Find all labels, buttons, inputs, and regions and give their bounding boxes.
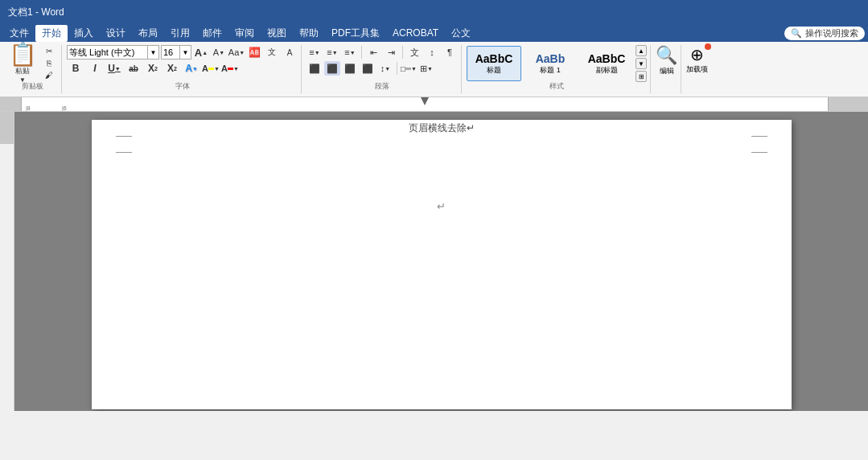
style-subtitle-name: 副标题 — [596, 65, 618, 76]
menu-item-home[interactable]: 开始 — [35, 25, 68, 42]
decrease-indent-button[interactable]: ⇤ — [365, 45, 381, 60]
clipboard-group: 📋 粘贴 ▼ ✂ ⎘ 🖌 剪贴板 — [3, 45, 62, 93]
format-painter-button[interactable]: 🖌 — [40, 69, 58, 80]
bold-button[interactable]: B — [67, 61, 84, 76]
horizontal-ruler: |8 |6 — [0, 97, 868, 112]
phonetic-button[interactable]: 文 — [264, 45, 280, 60]
align-center-button[interactable]: ⬛ — [324, 61, 340, 76]
font-name-dropdown[interactable]: ▼ — [147, 46, 158, 59]
font-name-combo[interactable]: 等线 Light (中文) ▼ — [67, 45, 159, 60]
styles-scroll-down[interactable]: ▼ — [636, 58, 647, 69]
v-ruler-top-margin — [0, 112, 14, 144]
paragraph-label: 段落 — [303, 81, 461, 92]
copy-button[interactable]: ⎘ — [40, 57, 58, 68]
case-button[interactable]: Aa▼ — [228, 45, 245, 60]
menu-item-acrobat[interactable]: ACROBAT — [386, 26, 445, 40]
italic-button[interactable]: I — [86, 61, 104, 76]
font-group: 等线 Light (中文) ▼ 16 ▼ A▲ A▼ Aa▼ 🆎 文 A B I… — [64, 45, 302, 93]
text-effect-button[interactable]: A▼ — [183, 61, 200, 76]
title-bar: 文档1 - Word — [0, 0, 868, 24]
sort-button[interactable]: ↕ — [424, 45, 440, 60]
font-shrink-button[interactable]: A▼ — [211, 45, 227, 60]
multilevel-button[interactable]: ≡▼ — [342, 45, 358, 60]
font-name-value: 等线 Light (中文) — [68, 47, 147, 59]
subscript-button[interactable]: X2 — [144, 61, 162, 76]
style-subtitle-button[interactable]: AaBbC 副标题 — [579, 46, 634, 81]
shading-button[interactable]: □ ▼ — [401, 61, 417, 76]
style-title-button[interactable]: AaBbC 标题 — [467, 46, 521, 81]
addon-button[interactable]: ⊕ 加载项 — [686, 45, 708, 75]
para-row2: ⬛ ⬛ ⬛ ⬛ ↕▼ □ ▼ ⊞▼ — [306, 61, 458, 76]
highlight-button[interactable]: A ▼ — [202, 61, 220, 76]
font-color-button[interactable]: A ▼ — [221, 61, 239, 76]
edit-search-button[interactable]: 🔍 编辑 — [656, 45, 677, 76]
body-return-symbol: ↵ — [437, 200, 446, 212]
search-box[interactable]: 🔍 操作说明搜索 — [784, 27, 865, 40]
menu-item-pdf[interactable]: PDF工具集 — [325, 25, 386, 42]
paste-button[interactable]: 📋 粘贴 ▼ — [6, 45, 39, 82]
style-heading1-button[interactable]: AaBb 标题 1 — [523, 46, 578, 81]
font-format-row: B I U▼ ab X2 X2 A▼ A ▼ A ▼ — [67, 61, 298, 76]
paste-label: 粘贴 — [15, 66, 30, 76]
edit-group: 🔍 编辑 — [652, 45, 681, 93]
paragraph-group: ≡▼ ≡▼ ≡▼ ⇤ ⇥ 文 ↕ ¶ ⬛ ⬛ ⬛ ⬛ ↕▼ □ — [303, 45, 462, 93]
menu-item-insert[interactable]: 插入 — [68, 25, 100, 42]
font-size-dropdown[interactable]: ▼ — [179, 46, 191, 59]
app-title: 文档1 - Word — [8, 6, 64, 19]
main-area: 页眉横线去除↵ ↵ — [0, 112, 868, 411]
cut-button[interactable]: ✂ — [40, 45, 58, 56]
document-page[interactable]: 页眉横线去除↵ ↵ — [92, 120, 792, 409]
document-body[interactable]: ↵ — [140, 200, 743, 212]
font-name-row: 等线 Light (中文) ▼ 16 ▼ A▲ A▼ Aa▼ 🆎 文 A — [67, 45, 298, 60]
strikethrough-button[interactable]: ab — [125, 61, 142, 76]
borders-button[interactable]: ⊞▼ — [418, 61, 434, 76]
align-left-button[interactable]: ⬛ — [306, 61, 323, 76]
header-right-bracket — [751, 136, 767, 152]
menu-item-review[interactable]: 审阅 — [228, 25, 261, 42]
styles-expand[interactable]: ⊞ — [636, 71, 647, 82]
menu-item-mail[interactable]: 邮件 — [196, 25, 228, 42]
font-size-combo[interactable]: 16 ▼ — [161, 45, 191, 60]
font-size-value: 16 — [162, 47, 179, 57]
edit-label: 编辑 — [660, 66, 674, 76]
page-header-area[interactable]: 页眉横线去除↵ — [116, 136, 767, 152]
style-title-preview: AaBbC — [475, 52, 513, 65]
document-area[interactable]: 页眉横线去除↵ ↵ — [14, 112, 868, 411]
underline-button[interactable]: U▼ — [105, 61, 123, 76]
ruler-content: |8 |6 — [22, 97, 828, 111]
line-spacing-button[interactable]: ↕▼ — [377, 61, 393, 76]
bullets-button[interactable]: ≡▼ — [306, 45, 323, 60]
superscript-button[interactable]: X2 — [163, 61, 181, 76]
text-box-button[interactable]: A — [282, 45, 298, 60]
clear-format-button[interactable]: 🆎 — [246, 45, 262, 60]
numbering-button[interactable]: ≡▼ — [324, 45, 340, 60]
menu-item-official[interactable]: 公文 — [445, 25, 477, 42]
para-separator2 — [402, 46, 403, 59]
ribbon-toolbar: 📋 粘贴 ▼ ✂ ⎘ 🖌 剪贴板 等线 Light (中文) ▼ 16 ▼ — [0, 43, 868, 95]
justify-button[interactable]: ⬛ — [360, 61, 376, 76]
chinese-layout-button[interactable]: 文 — [406, 45, 422, 60]
addon-label: 加载项 — [686, 64, 708, 75]
font-grow-button[interactable]: A▲ — [193, 45, 209, 60]
style-h1-name: 标题 1 — [540, 65, 561, 76]
addon-icon: ⊕ — [690, 45, 704, 64]
align-right-button[interactable]: ⬛ — [342, 61, 358, 76]
font-label: 字体 — [64, 81, 301, 92]
menu-item-file[interactable]: 文件 — [3, 25, 35, 42]
menu-item-layout[interactable]: 布局 — [132, 25, 164, 42]
ruler-left-margin — [0, 97, 22, 111]
styles-scroll: ▲ ▼ ⊞ — [636, 45, 647, 82]
menu-item-design[interactable]: 设计 — [100, 25, 132, 42]
menu-item-view[interactable]: 视图 — [261, 25, 293, 42]
styles-label: 样式 — [463, 81, 650, 92]
menu-item-references[interactable]: 引用 — [164, 25, 196, 42]
increase-indent-button[interactable]: ⇥ — [383, 45, 399, 60]
vertical-ruler — [0, 112, 14, 411]
styles-scroll-up[interactable]: ▲ — [636, 45, 647, 56]
ruler-right-margin — [828, 97, 868, 111]
ruler-tick-neg8: |8 — [26, 105, 31, 111]
clipboard-label: 剪贴板 — [3, 81, 61, 92]
menu-item-help[interactable]: 帮助 — [293, 25, 325, 42]
show-hide-button[interactable]: ¶ — [442, 45, 458, 60]
style-title-name: 标题 — [487, 65, 501, 76]
